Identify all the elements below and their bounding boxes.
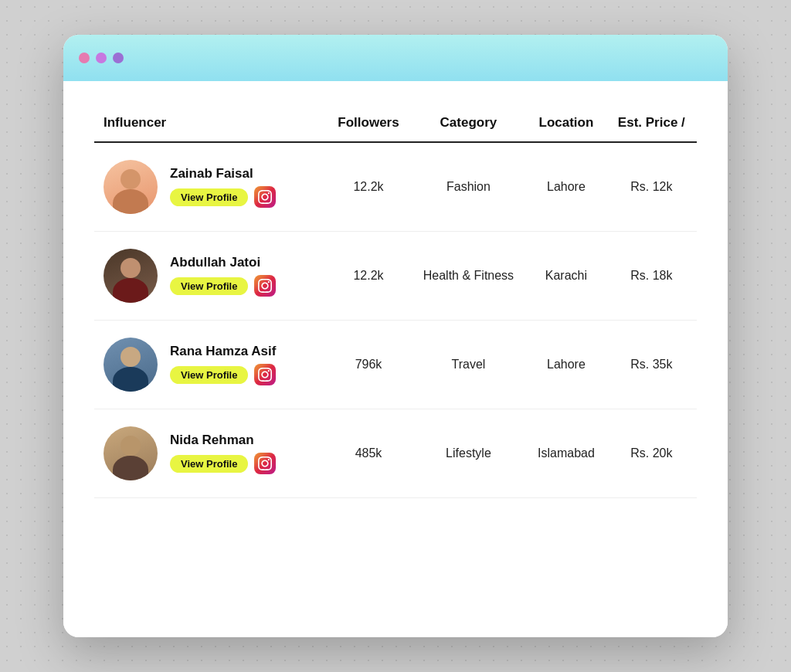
traffic-light-red[interactable] [79, 53, 90, 63]
avatar-head [121, 169, 141, 189]
cell-location: Karachi [526, 232, 606, 321]
influencer-info: Nida Rehman View Profile [170, 433, 276, 474]
avatar [104, 160, 158, 214]
browser-content: Influencer Followers Category Location E… [63, 81, 728, 637]
influencer-cell: Zainab Faisal View Profile [104, 160, 317, 214]
avatar-head [121, 347, 141, 367]
cell-est-price: Rs. 20k [606, 409, 697, 498]
avatar-body [113, 367, 148, 392]
influencer-cell: Abdullah Jatoi View Profile [104, 249, 317, 303]
col-header-location: Location [526, 104, 606, 142]
view-profile-button[interactable]: View Profile [170, 366, 248, 384]
avatar [104, 249, 158, 303]
influencer-actions: View Profile [170, 275, 276, 297]
cell-location: Lahore [526, 321, 606, 409]
instagram-icon[interactable] [254, 453, 276, 474]
instagram-icon[interactable] [254, 186, 276, 208]
influencer-table: Influencer Followers Category Location E… [94, 104, 697, 498]
table-row: Rana Hamza Asif View Profile 796kTravelL… [94, 321, 697, 409]
view-profile-button[interactable]: View Profile [170, 455, 248, 473]
table-row: Abdullah Jatoi View Profile 12.2kHealth … [94, 232, 697, 321]
influencer-actions: View Profile [170, 186, 276, 208]
col-header-followers: Followers [326, 104, 410, 142]
browser-window: Influencer Followers Category Location E… [63, 35, 728, 637]
influencer-name: Abdullah Jatoi [170, 255, 276, 270]
cell-followers: 796k [326, 321, 410, 409]
avatar [104, 426, 158, 480]
cell-est-price: Rs. 35k [606, 321, 697, 409]
influencer-cell: Nida Rehman View Profile [104, 426, 317, 480]
influencer-info: Abdullah Jatoi View Profile [170, 255, 276, 297]
cell-est-price: Rs. 12k [606, 142, 697, 232]
cell-location: Islamabad [526, 409, 606, 498]
influencer-info: Zainab Faisal View Profile [170, 166, 276, 208]
avatar [104, 338, 158, 392]
avatar-body [113, 456, 148, 480]
avatar-body [113, 189, 148, 214]
cell-category: Health & Fitness [411, 232, 527, 321]
traffic-light-green[interactable] [113, 53, 124, 63]
view-profile-button[interactable]: View Profile [170, 277, 248, 295]
table-header-row: Influencer Followers Category Location E… [94, 104, 697, 142]
influencer-info: Rana Hamza Asif View Profile [170, 344, 276, 385]
avatar-head [121, 436, 141, 456]
cell-followers: 485k [326, 409, 410, 498]
cell-followers: 12.2k [326, 232, 410, 321]
table-row: Zainab Faisal View Profile 12.2kFashionL… [94, 142, 697, 232]
avatar-head [121, 258, 141, 278]
traffic-light-yellow[interactable] [96, 53, 107, 63]
cell-location: Lahore [526, 142, 606, 232]
table-container: Influencer Followers Category Location E… [63, 81, 728, 637]
influencer-name: Zainab Faisal [170, 166, 276, 182]
influencer-actions: View Profile [170, 453, 276, 474]
avatar-body [113, 278, 148, 303]
view-profile-button[interactable]: View Profile [170, 188, 248, 206]
cell-category: Travel [411, 321, 527, 409]
influencer-actions: View Profile [170, 364, 276, 385]
table-row: Nida Rehman View Profile 485kLifestyleIs… [94, 409, 697, 498]
cell-category: Fashion [411, 142, 527, 232]
influencer-cell: Rana Hamza Asif View Profile [104, 338, 317, 392]
instagram-icon[interactable] [254, 275, 276, 297]
influencer-name: Nida Rehman [170, 433, 276, 448]
col-header-category: Category [411, 104, 527, 142]
instagram-icon[interactable] [254, 364, 276, 385]
influencer-name: Rana Hamza Asif [170, 344, 276, 359]
cell-est-price: Rs. 18k [606, 232, 697, 321]
col-header-influencer: Influencer [94, 104, 326, 142]
cell-followers: 12.2k [326, 142, 410, 232]
browser-titlebar [63, 35, 728, 81]
col-header-est-price: Est. Price / [606, 104, 697, 142]
cell-category: Lifestyle [411, 409, 527, 498]
